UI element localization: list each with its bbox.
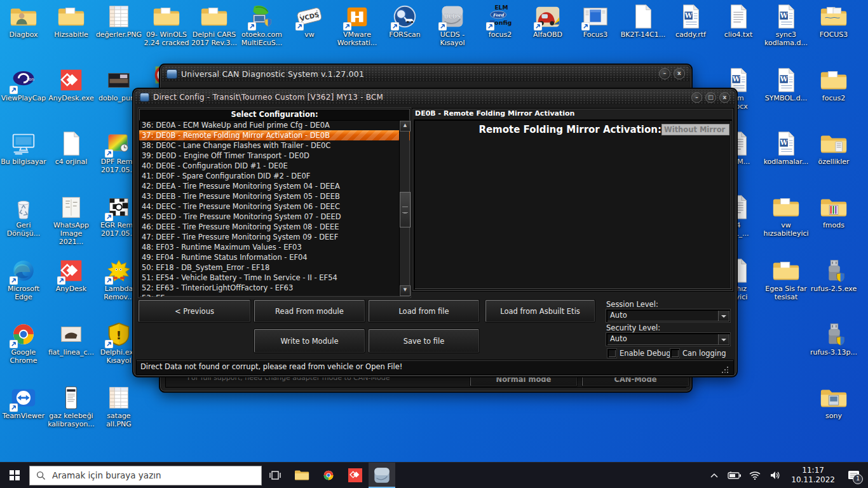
taskbar-search[interactable] bbox=[29, 466, 262, 485]
desktop-icon-c4-orjinal[interactable]: c4 orjinal bbox=[47, 131, 95, 166]
desktop-icon-ozellikler[interactable]: özellikler bbox=[810, 131, 858, 166]
desktop-icon-degerler-png[interactable]: değerler.PNG bbox=[95, 4, 143, 39]
desktop-icon-satage-all[interactable]: satage all.PNG bbox=[95, 385, 143, 429]
desktop-icon-sony[interactable]: sony bbox=[810, 385, 858, 421]
desktop-icon-caddy-rtf[interactable]: Wcaddy.rtf bbox=[667, 4, 715, 39]
mirror-activation-value[interactable]: Without Mirror bbox=[661, 124, 729, 135]
desktop-icon-winols[interactable]: 09- WinOLS 2.24 cracked bbox=[142, 4, 191, 48]
desktop-icon-focus2-elm[interactable]: ELMFordonfigfocus2 bbox=[476, 4, 524, 39]
security-level-select[interactable]: Auto bbox=[606, 333, 730, 346]
desktop-icon-rufus-313[interactable]: rufus-3.13p... bbox=[810, 322, 858, 357]
desktop-icon-teamviewer[interactable]: TeamViewer bbox=[0, 385, 48, 421]
desktop-icon-focus3-app[interactable]: Focus3 bbox=[571, 4, 620, 39]
config-list-item[interactable]: 39: DE0D - Engine Off Timer Transport - … bbox=[139, 151, 410, 161]
search-input[interactable] bbox=[51, 470, 225, 481]
desktop-icon-google-chrome[interactable]: Google Chrome bbox=[0, 322, 48, 365]
desktop-icon-fmods[interactable]: fmods bbox=[810, 194, 858, 230]
desktop-icon-kodlamalar[interactable]: Wkodlamalar... bbox=[762, 131, 810, 166]
desktop-icon-anydesk[interactable]: AnyDesk bbox=[47, 258, 95, 294]
desktop-icon-vw-hizsabitleyici[interactable]: vw hızsabitleyici bbox=[762, 194, 810, 238]
desktop-icon-symbol-doc[interactable]: WSYMBOL.d... bbox=[762, 67, 810, 103]
config-list-item[interactable]: 48: EF03 - Runtime Maximum Values - EF03 bbox=[139, 242, 410, 252]
config-list-item[interactable]: 44: DEEC - Tire Pressure Monitoring Syst… bbox=[139, 201, 410, 212]
ucds-titlebar[interactable]: Universal CAN Diagnostic System v.1.27.0… bbox=[161, 66, 690, 81]
action-center-button[interactable]: 1 bbox=[843, 463, 864, 488]
start-button[interactable] bbox=[0, 463, 29, 488]
desktop-icon-viewplaycap[interactable]: zonViewPlayCap bbox=[0, 67, 48, 103]
save-to-file-button[interactable]: Save to file bbox=[369, 329, 479, 353]
task-view-button[interactable] bbox=[262, 463, 288, 488]
speaker-icon[interactable] bbox=[767, 463, 783, 488]
battery-icon[interactable] bbox=[726, 463, 743, 488]
anydesk-button[interactable] bbox=[342, 463, 369, 488]
session-level-select[interactable]: Auto bbox=[606, 309, 730, 322]
config-list-item[interactable]: 47: DEEF - Tire Pressure Monitoring Syst… bbox=[139, 232, 410, 242]
tray-chevron-up-icon[interactable] bbox=[706, 463, 722, 488]
load-from-asbuilt-etis-button[interactable]: Load from Asbuilt Etis bbox=[485, 300, 595, 322]
config-list-item[interactable]: 46: DEEE - Tire Pressure Monitoring Syst… bbox=[139, 222, 410, 232]
ucds-taskbar-button[interactable] bbox=[369, 463, 395, 488]
config-list-item[interactable]: 36: DE0A - ECM WakeUp and Fuel prime Cfg… bbox=[139, 120, 410, 130]
config-list-item[interactable]: 42: DEEA - Tire Pressure Monitoring Syst… bbox=[139, 181, 410, 191]
desktop-icon-bk2t[interactable]: BK2T-14C1... bbox=[619, 4, 667, 39]
scrollbar-thumb[interactable] bbox=[400, 192, 410, 227]
shortcut-arrow-icon bbox=[10, 403, 18, 412]
desktop-icon-ucds-shortcut[interactable]: UCDSUCDS - Kısayol bbox=[428, 4, 477, 48]
clock[interactable]: 11:17 10.11.2022 bbox=[787, 466, 839, 485]
desktop-icon-geri-donusum[interactable]: Geri Dönüşü... bbox=[0, 194, 48, 238]
desktop-icon-sync3-kodlama[interactable]: Wsync3 kodlama.d... bbox=[762, 4, 810, 48]
desktop-icon-forscan[interactable]: FORScan bbox=[381, 4, 429, 39]
dialog-titlebar[interactable]: Direct Config - Transit\Tourneo Custom [… bbox=[135, 90, 735, 104]
desktop-icon-anydesk-exe[interactable]: AnyDesk.exe bbox=[47, 67, 95, 103]
config-list-item[interactable]: 51: EF54 - Vehicle Battery - Time In Ser… bbox=[139, 273, 410, 283]
list-scrollbar[interactable]: ▲ ▼ bbox=[399, 121, 409, 296]
config-list-item[interactable]: 40: DE0E - Configuration DID #1 - DE0E bbox=[139, 161, 410, 171]
config-list-item[interactable]: 37: DE0B - Remote Folding Mirror Activat… bbox=[139, 130, 410, 140]
close-icon[interactable]: x bbox=[674, 68, 685, 79]
config-list-item[interactable]: 38: DE0C - Lane Change Flashes with Trai… bbox=[139, 140, 410, 151]
config-list-item[interactable]: 45: DEED - Tire Pressure Monitoring Syst… bbox=[139, 212, 410, 222]
minimize-icon[interactable]: – bbox=[691, 92, 702, 103]
maximize-icon[interactable]: □ bbox=[705, 92, 716, 103]
scroll-down-icon[interactable]: ▼ bbox=[400, 285, 410, 296]
config-list-item[interactable]: 52: EF63 - TinteriorLightOffFactory - EF… bbox=[139, 283, 410, 293]
desktop-icon-focus2-folder[interactable]: focus2 bbox=[810, 67, 858, 103]
clio4-txt-icon bbox=[724, 4, 753, 29]
configuration-list[interactable]: 36: DE0A - ECM WakeUp and Fuel prime Cfg… bbox=[139, 120, 410, 297]
minimize-icon[interactable]: – bbox=[659, 68, 670, 79]
file-explorer-button[interactable] bbox=[288, 463, 315, 488]
config-list-item[interactable]: 50: EF18 - DB_System_Error - EF18 bbox=[139, 262, 410, 273]
diagbox-icon bbox=[9, 4, 38, 29]
config-list-item[interactable]: 41: DE0F - Spare Configuration DID #2 - … bbox=[139, 171, 410, 181]
desktop-icon-fiat-linea[interactable]: fiat_linea_c... bbox=[47, 322, 95, 357]
desktop-icon-bu-bilgisayar[interactable]: Bu bilgisayar bbox=[0, 131, 48, 166]
can-logging-checkbox[interactable]: Can logging bbox=[670, 349, 726, 358]
desktop-icon-microsoft-edge[interactable]: Microsoft Edge bbox=[0, 258, 48, 302]
desktop-icon-focus3-folder[interactable]: FOCUS3 bbox=[810, 4, 858, 39]
desktop-icon-alfaobd[interactable]: AlfaOBD bbox=[524, 4, 572, 39]
desktop-icon-egea-sis-far[interactable]: Egea Sis far tesisat bbox=[762, 258, 810, 302]
previous-button[interactable]: < Previous bbox=[139, 300, 250, 322]
desktop-icon-clio4-txt[interactable]: clio4.txt bbox=[714, 4, 763, 39]
desktop-icon-gaz-kelebegi[interactable]: gaz kelebeği kalibrasyon... bbox=[47, 385, 95, 429]
desktop-icon-diagbox[interactable]: Diagbox bbox=[0, 4, 48, 39]
desktop-icon-rufus-25[interactable]: rufus-2.5.exe bbox=[810, 258, 858, 294]
wifi-icon[interactable] bbox=[747, 463, 763, 488]
desktop-icon-otoeko-multiecu[interactable]: otoeko.com MultiEcuS... bbox=[238, 4, 286, 48]
desktop-icon-vw-vcds[interactable]: VCDSvw bbox=[285, 4, 334, 39]
config-list-item-partial[interactable]: 53: EF.. bbox=[139, 293, 410, 297]
close-icon[interactable]: x bbox=[719, 92, 730, 103]
read-from-module-button[interactable]: Read From module bbox=[254, 300, 365, 322]
scroll-up-icon[interactable]: ▲ bbox=[400, 121, 410, 132]
write-to-module-button[interactable]: Write to Module bbox=[254, 329, 365, 353]
chrome-button[interactable] bbox=[315, 463, 342, 488]
desktop-icon-whatsapp-image[interactable]: WhatsApp Image 2021... bbox=[47, 194, 95, 247]
load-from-file-button[interactable]: Load from file bbox=[369, 300, 479, 322]
config-list-item[interactable]: 49: EF04 - Runtime Status Information - … bbox=[139, 252, 410, 262]
enable-debug-checkbox[interactable]: Enable Debug bbox=[607, 349, 671, 358]
resize-grip[interactable] bbox=[727, 367, 735, 374]
config-list-item[interactable]: 43: DEEB - Tire Pressure Monitoring Syst… bbox=[139, 191, 410, 201]
desktop-icon-delphi-cars[interactable]: Delphi CARS 2017 Rev.3... bbox=[190, 4, 238, 48]
desktop-icon-hizsabitle[interactable]: Hizsabitle bbox=[47, 4, 95, 39]
desktop-icon-vmware[interactable]: VMware Workstati... bbox=[333, 4, 381, 48]
